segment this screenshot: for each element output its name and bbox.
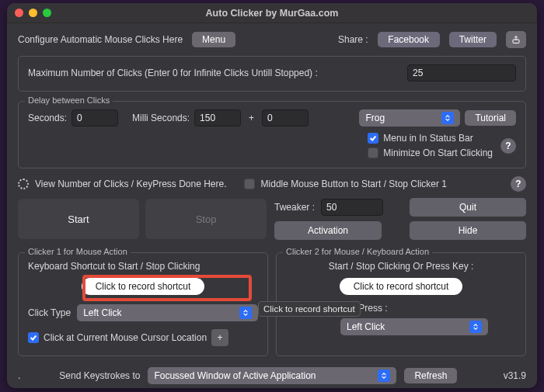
- clicker1-legend: Clicker 1 for Mouse Action: [25, 247, 131, 256]
- tutorial-button[interactable]: Tutorial: [465, 110, 516, 126]
- app-window: Auto Clicker by MurGaa.com Configure Aut…: [7, 3, 537, 388]
- tweaker-label: Tweaker :: [274, 202, 315, 213]
- configure-label: Configure Automatic Mouse Clicks Here: [18, 34, 183, 45]
- share-label: Share :: [338, 34, 368, 45]
- clicker2-legend: Clicker 2 for Mouse / Keyboard Action: [283, 247, 432, 256]
- footer-dot: .: [18, 370, 20, 381]
- window-controls: [15, 9, 51, 17]
- minimize-on-start-label: Minimize On Start Clicking: [383, 147, 493, 158]
- help-icon-2[interactable]: ?: [511, 176, 526, 192]
- keystroke-target-select[interactable]: Focussed Window of Active Application: [148, 367, 396, 384]
- profile-value: Frog: [365, 113, 385, 123]
- stop-button[interactable]: Stop: [145, 199, 267, 239]
- record-shortcut-button-1[interactable]: Click to record shortcut: [82, 278, 205, 295]
- max-clicks-input[interactable]: [407, 64, 516, 82]
- menu-in-statusbar-label: Menu in In Status Bar: [383, 133, 473, 144]
- clicker2-action-select[interactable]: Left Click: [340, 318, 488, 335]
- delay-legend: Delay between Clicks: [25, 95, 113, 105]
- record-shortcut-tooltip: Click to record shortcut: [258, 301, 361, 317]
- spinner-icon: [18, 179, 29, 189]
- keystroke-target-value: Focussed Window of Active Application: [154, 370, 316, 381]
- close-icon[interactable]: [15, 9, 23, 17]
- clicker2-action-value: Left Click: [347, 321, 385, 332]
- cursor-location-label: Click at Current Mouse Cursor Location: [44, 332, 207, 343]
- milliseconds-label: Milli Seconds:: [132, 113, 190, 123]
- hide-button[interactable]: Hide: [410, 221, 526, 240]
- max-clicks-label: Maximum Number of Clicks (Enter 0 for In…: [28, 68, 396, 78]
- menu-button[interactable]: Menu: [192, 32, 235, 47]
- minimize-on-start-checkbox[interactable]: [368, 147, 378, 158]
- add-location-button[interactable]: +: [211, 329, 228, 346]
- tweaker-input[interactable]: [321, 199, 383, 216]
- send-keystrokes-label: Send Keystrokes to: [59, 370, 140, 381]
- menu-in-statusbar-checkbox[interactable]: [368, 133, 378, 144]
- version-label: v31.9: [504, 370, 526, 381]
- chevron-updown-icon: [441, 112, 454, 124]
- chevron-updown-icon: [378, 369, 390, 382]
- profile-select[interactable]: Frog: [359, 109, 460, 127]
- quit-button[interactable]: Quit: [410, 198, 526, 217]
- cursor-location-checkbox[interactable]: [28, 332, 39, 343]
- minimize-icon[interactable]: [29, 9, 37, 17]
- click-type-select[interactable]: Left Click: [77, 304, 258, 321]
- chevron-updown-icon: [469, 321, 482, 333]
- shortcut-label-1: Keyboard Shortcut to Start / Stop Clicki…: [28, 261, 258, 272]
- share-icon: [511, 35, 521, 44]
- window-title: Auto Clicker by MurGaa.com: [7, 8, 537, 19]
- start-button[interactable]: Start: [18, 199, 139, 239]
- seconds-label: Seconds:: [28, 113, 67, 123]
- share-icon-button[interactable]: [506, 31, 526, 48]
- chevron-updown-icon: [239, 307, 252, 319]
- facebook-button[interactable]: Facebook: [378, 32, 440, 47]
- zoom-icon[interactable]: [43, 9, 51, 17]
- shortcut-label-2: Start / Stop Clicking Or Press Key :: [286, 261, 516, 272]
- milliseconds-input[interactable]: [194, 109, 241, 127]
- middle-mouse-label: Middle Mouse Button to Start / Stop Clic…: [261, 179, 447, 189]
- activation-button[interactable]: Activation: [274, 221, 382, 240]
- click-type-label: Click Type: [28, 307, 71, 318]
- twitter-button[interactable]: Twitter: [449, 32, 497, 47]
- titlebar: Auto Clicker by MurGaa.com: [7, 3, 537, 23]
- middle-mouse-checkbox[interactable]: [244, 179, 255, 189]
- click-type-value: Left Click: [83, 307, 121, 318]
- click-counter-label: View Number of Clicks / KeyPress Done He…: [35, 179, 227, 189]
- help-icon[interactable]: ?: [500, 138, 516, 154]
- record-shortcut-button-2[interactable]: Click to record shortcut: [340, 278, 463, 295]
- refresh-button[interactable]: Refresh: [404, 368, 457, 383]
- plus-label: +: [246, 113, 257, 123]
- seconds-input[interactable]: [71, 109, 118, 127]
- extra-ms-input[interactable]: [262, 109, 309, 127]
